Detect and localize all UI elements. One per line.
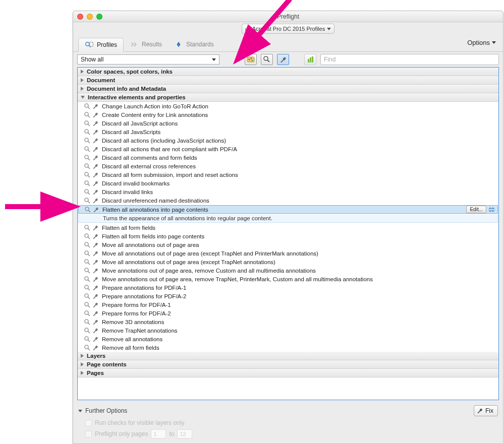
- checkbox[interactable]: [85, 431, 92, 437]
- list-item[interactable]: Move annotations out of page area, remov…: [78, 275, 498, 283]
- expand-icon[interactable]: [488, 207, 495, 213]
- fix-button[interactable]: Fix: [474, 405, 498, 416]
- preflight-pages-option: Preflight only pages 1 to 12: [78, 429, 498, 438]
- wrench-icon: [92, 241, 99, 248]
- list-item[interactable]: Discard all JavaScripts: [78, 128, 498, 136]
- list-item-label: Remove all form fields: [102, 345, 159, 351]
- magnifier-icon: [84, 224, 91, 231]
- tab-standards[interactable]: Standards: [168, 37, 220, 51]
- svg-line-53: [88, 288, 90, 290]
- group-color-spaces[interactable]: Color spaces, spot colors, inks: [78, 68, 498, 76]
- checkbox[interactable]: [85, 420, 92, 426]
- wrench-icon: [92, 327, 99, 334]
- list-item[interactable]: Move all annotations out of page area: [78, 240, 498, 249]
- svg-point-52: [85, 285, 88, 288]
- magnifier-icon: [84, 250, 91, 257]
- group-pages[interactable]: Pages: [78, 369, 498, 377]
- options-menu-label: Options: [467, 39, 490, 46]
- list-item[interactable]: Discard all JavaScript actions: [78, 119, 498, 128]
- svg-point-12: [85, 103, 88, 107]
- list-item[interactable]: Change Launch Action into GoToR Action: [78, 102, 498, 110]
- wrench-icon: [92, 103, 99, 110]
- list-item[interactable]: Flatten all form fields into page conten…: [78, 232, 498, 240]
- svg-line-47: [88, 263, 90, 265]
- list-item[interactable]: Flatten all form fields: [78, 223, 498, 232]
- edit-button[interactable]: Edit...: [466, 206, 486, 213]
- wrench-icon: [92, 233, 99, 240]
- wrench-icon: [92, 154, 99, 161]
- list-item[interactable]: Discard all form submission, import and …: [78, 170, 498, 179]
- list-item-label: Discard invalid links: [102, 189, 153, 195]
- svg-marker-5: [177, 42, 180, 47]
- list-item[interactable]: Discard unreferenced named destinations: [78, 196, 498, 205]
- list-item-label: Discard invalid bookmarks: [102, 180, 170, 186]
- list-item[interactable]: Flatten all annotations into page conten…: [78, 205, 498, 214]
- list-item[interactable]: Remove all annotations: [78, 335, 498, 343]
- list-item[interactable]: Prepare annotations for PDF/A-1: [78, 283, 498, 292]
- find-placeholder: Find: [324, 56, 335, 63]
- svg-point-58: [85, 310, 88, 314]
- zoom-window-button[interactable]: [96, 14, 102, 20]
- list-item[interactable]: Move all annotations out of page area (e…: [78, 249, 498, 258]
- list-item[interactable]: Remove TrapNet annotations: [78, 326, 498, 335]
- tab-results[interactable]: Results: [124, 37, 168, 51]
- further-options-toggle[interactable]: Further Options: [78, 407, 127, 414]
- magnifier-icon: [84, 120, 91, 127]
- filter-dropdown-label: Show all: [81, 56, 103, 63]
- library-button[interactable]: [304, 54, 316, 65]
- group-document-info[interactable]: Document info and Metadata: [78, 85, 498, 93]
- svg-point-48: [85, 268, 88, 271]
- svg-point-50: [85, 276, 88, 280]
- svg-point-30: [85, 180, 88, 184]
- magnifier-icon: [84, 293, 91, 300]
- list-item-label: Create Content entry for Link annotation…: [102, 112, 208, 118]
- list-item[interactable]: Discard all external cross references: [78, 162, 498, 170]
- list-item[interactable]: Discard all actions that are not complia…: [78, 145, 498, 153]
- list-item[interactable]: Create Content entry for Link annotation…: [78, 110, 498, 119]
- group-interactive[interactable]: Interactive elements and properties: [78, 93, 498, 102]
- list-item[interactable]: Prepare annotations for PDF/A-2: [78, 292, 498, 300]
- svg-point-56: [85, 302, 88, 305]
- svg-line-67: [88, 348, 90, 350]
- list-item[interactable]: Move annotations out of page area, remov…: [78, 266, 498, 275]
- wrench-icon: [476, 407, 483, 414]
- svg-line-15: [88, 115, 90, 117]
- options-menu[interactable]: Options: [467, 39, 496, 46]
- list-item[interactable]: Remove 3D annotations: [78, 318, 498, 326]
- list-item[interactable]: Move all annotations out of page area (e…: [78, 258, 498, 266]
- group-layers[interactable]: Layers: [78, 352, 498, 360]
- svg-point-2: [86, 42, 89, 46]
- list-item[interactable]: Remove all form fields: [78, 343, 498, 352]
- list-item-label: Move all annotations out of page area (e…: [102, 259, 275, 265]
- svg-point-64: [85, 336, 88, 340]
- svg-point-34: [85, 198, 88, 201]
- wrench-icon: [92, 137, 99, 144]
- magnifier-icon: [84, 284, 91, 291]
- page-to-input[interactable]: 12: [177, 429, 192, 438]
- minimize-window-button[interactable]: [87, 14, 93, 20]
- close-window-button[interactable]: [77, 14, 83, 20]
- list-item[interactable]: Discard invalid bookmarks: [78, 179, 498, 187]
- wrench-icon: [92, 197, 99, 204]
- list-item[interactable]: Prepare forms for PDF/A-2: [78, 309, 498, 318]
- list-item-label: Change Launch Action into GoToR Action: [102, 103, 208, 109]
- list-item[interactable]: Discard all comments and form fields: [78, 153, 498, 162]
- page-from-input[interactable]: 1: [151, 429, 166, 438]
- chevron-down-icon: [212, 58, 216, 61]
- tab-profiles[interactable]: Profiles: [78, 38, 124, 52]
- wrench-icon: [92, 120, 99, 127]
- fixups-list[interactable]: Color spaces, spot colors, inks Document…: [77, 67, 499, 400]
- find-input[interactable]: Find: [320, 54, 499, 65]
- filter-dropdown[interactable]: Show all: [77, 54, 219, 65]
- list-item[interactable]: Discard all actions (including JavaScrip…: [78, 136, 498, 145]
- list-item-label: Discard all actions (including JavaScrip…: [102, 138, 226, 144]
- profiles-icon: [85, 41, 94, 48]
- magnifier-icon: [84, 111, 91, 118]
- group-document[interactable]: Document: [78, 76, 498, 85]
- svg-line-43: [88, 245, 90, 247]
- list-item[interactable]: Prepare forms for PDF/A-1: [78, 300, 498, 309]
- magnifier-icon: [84, 276, 91, 283]
- group-page-contents[interactable]: Page contents: [78, 360, 498, 369]
- wrench-icon: [92, 163, 99, 170]
- list-item[interactable]: Discard invalid links: [78, 187, 498, 196]
